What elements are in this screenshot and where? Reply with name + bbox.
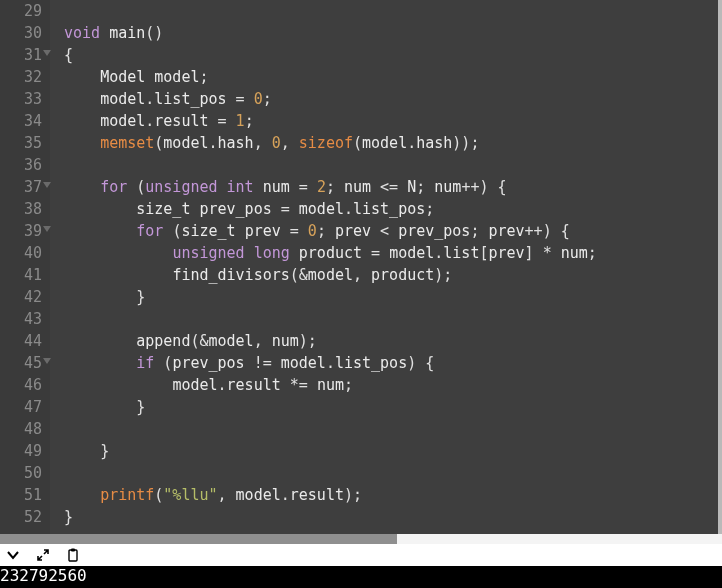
code-line[interactable]: model.result *= num; xyxy=(64,374,718,396)
console-output: 232792560 xyxy=(0,566,722,588)
line-number: 48 xyxy=(0,418,42,440)
code-line[interactable] xyxy=(64,154,718,176)
line-number: 38 xyxy=(0,198,42,220)
toolbar xyxy=(0,544,722,566)
line-number: 29 xyxy=(0,0,42,22)
svg-rect-1 xyxy=(71,549,75,552)
line-number: 33 xyxy=(0,88,42,110)
horizontal-scrollbar[interactable] xyxy=(0,534,722,544)
code-line[interactable]: } xyxy=(64,440,718,462)
code-line[interactable]: append(&model, num); xyxy=(64,330,718,352)
code-line[interactable]: } xyxy=(64,506,718,528)
code-line[interactable]: for (size_t prev = 0; prev < prev_pos; p… xyxy=(64,220,718,242)
scrollbar-thumb[interactable] xyxy=(0,534,397,544)
line-number: 42 xyxy=(0,286,42,308)
console-text: 232792560 xyxy=(0,566,87,585)
line-number: 40 xyxy=(0,242,42,264)
line-number: 46 xyxy=(0,374,42,396)
code-line[interactable]: void main() xyxy=(64,22,718,44)
code-line[interactable] xyxy=(64,418,718,440)
code-area[interactable]: void main(){ Model model; model.list_pos… xyxy=(50,0,718,534)
code-line[interactable]: if (prev_pos != model.list_pos) { xyxy=(64,352,718,374)
code-line[interactable]: } xyxy=(64,286,718,308)
scrollbar-track[interactable] xyxy=(397,534,722,544)
code-line[interactable] xyxy=(64,0,718,22)
code-line[interactable]: size_t prev_pos = model.list_pos; xyxy=(64,198,718,220)
code-line[interactable]: } xyxy=(64,396,718,418)
line-number: 50 xyxy=(0,462,42,484)
code-line[interactable]: find_divisors(&model, product); xyxy=(64,264,718,286)
code-line[interactable]: memset(model.hash, 0, sizeof(model.hash)… xyxy=(64,132,718,154)
code-line[interactable]: { xyxy=(64,44,718,66)
chevron-down-icon[interactable] xyxy=(6,548,20,562)
line-number: 44 xyxy=(0,330,42,352)
code-line[interactable]: printf("%llu", model.result); xyxy=(64,484,718,506)
svg-rect-0 xyxy=(69,550,77,561)
fold-marker-icon[interactable] xyxy=(43,182,51,188)
clipboard-icon[interactable] xyxy=(66,548,80,562)
line-number-gutter[interactable]: 2930313233343536373839404142434445464748… xyxy=(0,0,50,534)
line-number: 49 xyxy=(0,440,42,462)
line-number: 47 xyxy=(0,396,42,418)
line-number: 43 xyxy=(0,308,42,330)
line-number: 41 xyxy=(0,264,42,286)
code-line[interactable]: unsigned long product = model.list[prev]… xyxy=(64,242,718,264)
fold-marker-icon[interactable] xyxy=(43,358,51,364)
line-number: 37 xyxy=(0,176,42,198)
line-number: 30 xyxy=(0,22,42,44)
expand-icon[interactable] xyxy=(36,548,50,562)
line-number: 52 xyxy=(0,506,42,528)
code-line[interactable]: model.result = 1; xyxy=(64,110,718,132)
line-number: 51 xyxy=(0,484,42,506)
line-number: 39 xyxy=(0,220,42,242)
code-line[interactable]: model.list_pos = 0; xyxy=(64,88,718,110)
line-number: 31 xyxy=(0,44,42,66)
line-number: 35 xyxy=(0,132,42,154)
fold-marker-icon[interactable] xyxy=(43,226,51,232)
code-line[interactable]: for (unsigned int num = 2; num <= N; num… xyxy=(64,176,718,198)
code-line[interactable] xyxy=(64,462,718,484)
line-number: 45 xyxy=(0,352,42,374)
fold-marker-icon[interactable] xyxy=(43,50,51,56)
line-number: 32 xyxy=(0,66,42,88)
line-number: 34 xyxy=(0,110,42,132)
code-editor[interactable]: 2930313233343536373839404142434445464748… xyxy=(0,0,722,534)
line-number: 36 xyxy=(0,154,42,176)
code-line[interactable] xyxy=(64,308,718,330)
code-line[interactable]: Model model; xyxy=(64,66,718,88)
